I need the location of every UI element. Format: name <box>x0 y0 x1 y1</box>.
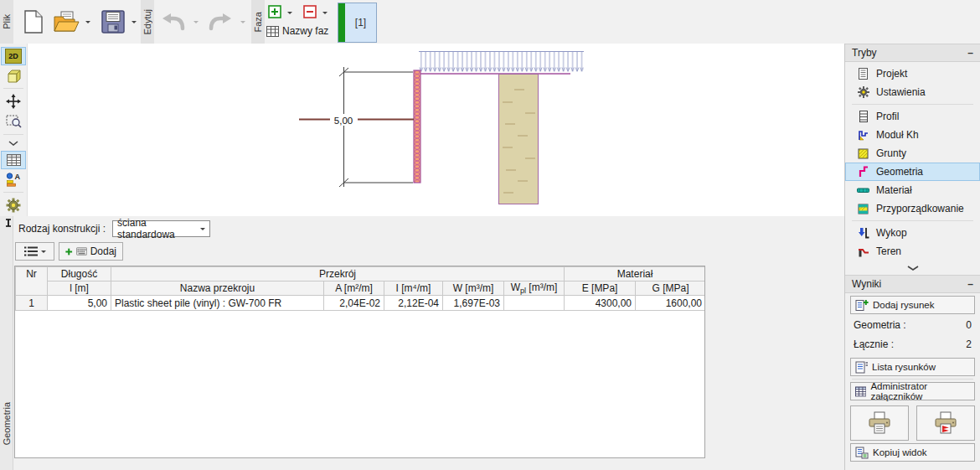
col-section-group: Przekrój <box>111 267 565 281</box>
mode-projekt[interactable]: Projekt <box>845 65 980 83</box>
attachments-admin-button[interactable]: Administrator załączników <box>850 382 975 400</box>
panel-grip[interactable] <box>6 218 11 230</box>
cell-nr[interactable]: 1 <box>16 296 48 311</box>
copy-view-button[interactable]: Kopiuj widok <box>850 443 975 462</box>
add-row-button[interactable]: Dodaj <box>59 242 123 261</box>
modes-expand-button[interactable] <box>850 262 975 273</box>
printer-icon <box>867 411 892 435</box>
sidebar-separator <box>852 379 973 380</box>
attachments-grid-icon <box>855 386 866 397</box>
view-2d-button[interactable]: 2D <box>1 47 26 65</box>
mode-geometria[interactable]: Geometria <box>845 163 980 181</box>
mode-grunty[interactable]: Grunty <box>845 144 980 163</box>
mode-ustawienia[interactable]: Ustawienia <box>845 83 980 101</box>
profile-icon <box>857 111 869 122</box>
cell-length[interactable]: 5,00 <box>48 296 111 311</box>
construction-type-row: Rodzaj konstrukcji : ściana standardowa <box>18 220 210 237</box>
print-selection-button[interactable] <box>916 405 975 441</box>
view-3d-button[interactable] <box>1 67 26 85</box>
settings-gear-icon <box>857 86 869 98</box>
add-drawing-button[interactable]: Dodaj rysunek <box>850 296 975 314</box>
annotation-settings-button[interactable]: A <box>1 171 26 189</box>
mode-profil[interactable]: Profil <box>845 107 980 126</box>
mode-modul-kh[interactable]: Moduł Kh <box>845 126 980 144</box>
surcharge-load <box>419 51 584 72</box>
mode-przyporzadkowanie[interactable]: Przyporządkowanie <box>845 199 980 218</box>
minimize-button[interactable]: – <box>967 47 973 59</box>
table-row[interactable]: 1 5,00 Plastic sheet pile (vinyl) : GW-7… <box>16 296 706 311</box>
table-header-units: l [m] Nazwa przekroju A [m²/m] I [m⁴/m] … <box>16 281 706 296</box>
undo-button[interactable] <box>159 12 188 32</box>
drawings-list-button[interactable]: Lista rysunków <box>850 358 975 376</box>
mode-label: Ustawienia <box>876 86 926 98</box>
construction-type-value: ściana standardowa <box>117 217 200 240</box>
mode-label: Teren <box>876 245 901 257</box>
cell-wpl[interactable] <box>504 296 565 311</box>
geometry-icon <box>857 166 869 178</box>
add-drawing-label: Dodaj rysunek <box>873 300 935 310</box>
table-actions-row: Dodaj <box>15 242 123 261</box>
soil-borehole-column <box>499 75 539 204</box>
cell-i[interactable]: 2,12E-04 <box>384 296 443 311</box>
cell-section-name[interactable]: Plastic sheet pile (vinyl) : GW-700 FR <box>111 296 324 311</box>
save-button[interactable] <box>99 8 127 35</box>
table-view-button[interactable] <box>1 151 26 169</box>
drawings-list-icon <box>855 361 868 374</box>
phase-tab-1[interactable]: [1] <box>338 3 377 43</box>
view-toolbar: 2D <box>0 44 28 216</box>
remove-phase-button[interactable] <box>303 5 317 18</box>
mode-material[interactable]: Materiał <box>845 181 980 199</box>
cell-g[interactable]: 1600,00 <box>636 296 705 311</box>
mode-label: Profil <box>876 111 899 122</box>
save-dropdown[interactable] <box>128 15 140 28</box>
collapse-toolbar-button[interactable] <box>1 137 26 149</box>
dimension-label: 5,00 <box>334 116 353 126</box>
gear-icon <box>6 198 21 213</box>
cell-a[interactable]: 2,04E-02 <box>324 296 384 311</box>
col-length-group: Długość <box>48 267 111 281</box>
frame-tab-strip: Geometria <box>0 216 13 470</box>
counter-label: Łącznie : <box>854 338 894 350</box>
col-a: A [m²/m] <box>324 281 384 296</box>
col-g: G [MPa] <box>636 281 705 296</box>
minimize-button[interactable]: – <box>967 278 973 290</box>
plus-icon <box>268 5 281 18</box>
redo-dropdown[interactable] <box>238 15 248 28</box>
file-group-label: Plik <box>0 0 13 44</box>
mode-teren[interactable]: Teren <box>845 242 980 261</box>
dimension-5m <box>339 67 413 187</box>
results-header: Wyniki – <box>845 275 980 293</box>
edit-group-text: Edytuj <box>142 9 152 35</box>
add-phase-button[interactable] <box>268 5 281 18</box>
zoom-rectangle-icon <box>6 114 22 128</box>
printer-red-doc-icon <box>933 411 958 435</box>
cell-w[interactable]: 1,697E-03 <box>443 296 504 311</box>
modes-title: Tryby <box>852 47 877 59</box>
sections-table-container: Nr Długość Przekrój Materiał l [m] Nazwa… <box>14 266 705 458</box>
print-button[interactable] <box>850 405 909 441</box>
add-row-label: Dodaj <box>90 245 116 257</box>
open-file-dropdown[interactable] <box>82 15 94 28</box>
pan-button[interactable] <box>1 92 26 111</box>
mode-label: Materiał <box>876 184 912 196</box>
save-floppy-icon <box>101 10 125 34</box>
print-buttons-row <box>850 405 975 441</box>
construction-type-select[interactable]: ściana standardowa <box>112 220 210 237</box>
add-phase-dropdown[interactable] <box>285 7 295 18</box>
redo-button[interactable] <box>206 12 235 32</box>
new-file-button[interactable] <box>20 8 47 35</box>
undo-dropdown[interactable] <box>191 15 201 28</box>
main-toolbar: Plik <box>0 0 980 44</box>
zoom-selection-button[interactable] <box>1 112 26 131</box>
mode-wykop[interactable]: Wykop <box>845 224 980 242</box>
list-options-button[interactable] <box>15 242 54 261</box>
construction-type-label: Rodzaj konstrukcji : <box>18 223 106 235</box>
remove-phase-dropdown[interactable] <box>320 7 330 18</box>
drawing-canvas[interactable]: 5,00 <box>28 44 844 217</box>
cell-e[interactable]: 4300,00 <box>565 296 636 311</box>
phase-names-label: Nazwy faz <box>282 25 328 37</box>
open-file-button[interactable] <box>52 8 80 35</box>
visualization-settings-button[interactable] <box>1 196 26 214</box>
project-icon <box>857 68 869 80</box>
phase-names-button[interactable]: Nazwy faz <box>266 23 328 39</box>
